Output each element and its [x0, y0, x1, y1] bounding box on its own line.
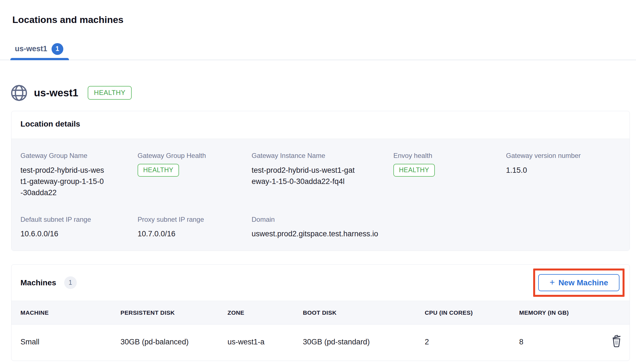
tab-count-badge: 1 — [52, 43, 63, 55]
page-title: Locations and machines — [0, 0, 636, 25]
trash-icon — [611, 335, 622, 347]
cell-cpu: 2 — [425, 325, 519, 361]
tab-us-west1[interactable]: us-west1 1 — [10, 43, 69, 60]
cell-memory: 8 — [519, 325, 609, 361]
tab-label: us-west1 — [15, 45, 47, 53]
column-header-memory: MEMORY (IN GB) — [519, 301, 609, 325]
location-details-title: Location details — [20, 120, 80, 128]
column-header-persistent-disk: PERSISTENT DISK — [120, 301, 228, 325]
field-label: Domain — [252, 216, 621, 224]
plus-icon: + — [549, 278, 555, 287]
field-gateway-instance-name: Gateway Instance Name test-prod2-hybrid-… — [252, 152, 393, 198]
location-header: us-west1 HEALTHY — [10, 84, 636, 102]
field-envoy-health: Envoy health HEALTHY — [393, 152, 506, 198]
new-machine-button[interactable]: + New Machine — [538, 274, 619, 291]
location-health-badge: HEALTHY — [88, 86, 131, 100]
field-proxy-subnet: Proxy subnet IP range 10.7.0.0/16 — [138, 216, 252, 240]
column-header-actions — [609, 301, 630, 325]
field-label: Proxy subnet IP range — [138, 216, 252, 224]
cell-machine: Small — [11, 325, 120, 361]
cell-persistent-disk: 30GB (pd-balanced) — [120, 325, 228, 361]
location-name: us-west1 — [34, 87, 78, 99]
envoy-health-badge: HEALTHY — [393, 164, 435, 177]
machines-card-header: Machines 1 + New Machine — [11, 265, 630, 301]
location-details-body: Gateway Group Name test-prod2-hybrid-us-… — [11, 139, 630, 251]
machines-count-badge: 1 — [64, 276, 77, 289]
field-label: Gateway Instance Name — [252, 152, 393, 160]
field-value: test-prod2-hybrid-us-west1-gateway-group… — [20, 165, 106, 198]
column-header-boot-disk: BOOT DISK — [303, 301, 425, 325]
location-tabs-bar: us-west1 1 — [0, 43, 636, 60]
column-header-zone: ZONE — [228, 301, 303, 325]
table-row: Small 30GB (pd-balanced) us-west1-a 30GB… — [11, 325, 630, 361]
field-value: uswest.prod2.gitspace.test.harness.io — [252, 228, 621, 239]
field-default-subnet: Default subnet IP range 10.6.0.0/16 — [20, 216, 138, 240]
new-machine-button-label: New Machine — [558, 278, 608, 287]
machines-table: MACHINE PERSISTENT DISK ZONE BOOT DISK C… — [11, 301, 630, 361]
field-label: Envoy health — [393, 152, 506, 160]
field-value: 10.6.0.0/16 — [20, 228, 138, 239]
locations-and-machines-page: Locations and machines us-west1 1 us-wes… — [0, 0, 636, 364]
cell-zone: us-west1-a — [228, 325, 303, 361]
field-value: test-prod2-hybrid-us-west1-gateway-1-15-… — [252, 165, 358, 187]
machines-card: Machines 1 + New Machine MACHINE PERSIST… — [11, 264, 630, 361]
field-gateway-group-health: Gateway Group Health HEALTHY — [138, 152, 252, 198]
annotation-highlight: + New Machine — [533, 269, 625, 297]
column-header-cpu: CPU (IN CORES) — [425, 301, 519, 325]
location-details-card-header: Location details — [11, 111, 630, 139]
active-tab-indicator — [10, 58, 69, 60]
delete-machine-button[interactable] — [611, 335, 622, 347]
globe-icon — [10, 84, 28, 102]
column-header-machine: MACHINE — [11, 301, 120, 325]
field-value: 10.7.0.0/16 — [138, 228, 252, 239]
field-value: 1.15.0 — [506, 165, 621, 176]
location-details-card: Location details Gateway Group Name test… — [11, 111, 630, 251]
field-gateway-group-name: Gateway Group Name test-prod2-hybrid-us-… — [20, 152, 138, 198]
field-gateway-version: Gateway version number 1.15.0 — [506, 152, 621, 198]
cell-boot-disk: 30GB (pd-standard) — [303, 325, 425, 361]
machines-title: Machines — [20, 278, 56, 287]
gateway-group-health-badge: HEALTHY — [138, 164, 179, 177]
machines-table-header-row: MACHINE PERSISTENT DISK ZONE BOOT DISK C… — [11, 301, 630, 325]
field-label: Gateway Group Health — [138, 152, 252, 160]
field-label: Gateway Group Name — [20, 152, 138, 160]
field-label: Default subnet IP range — [20, 216, 138, 224]
location-details-grid: Gateway Group Name test-prod2-hybrid-us-… — [20, 152, 621, 240]
field-domain: Domain uswest.prod2.gitspace.test.harnes… — [252, 216, 621, 240]
machines-title-wrap: Machines 1 — [20, 276, 77, 289]
field-label: Gateway version number — [506, 152, 621, 160]
